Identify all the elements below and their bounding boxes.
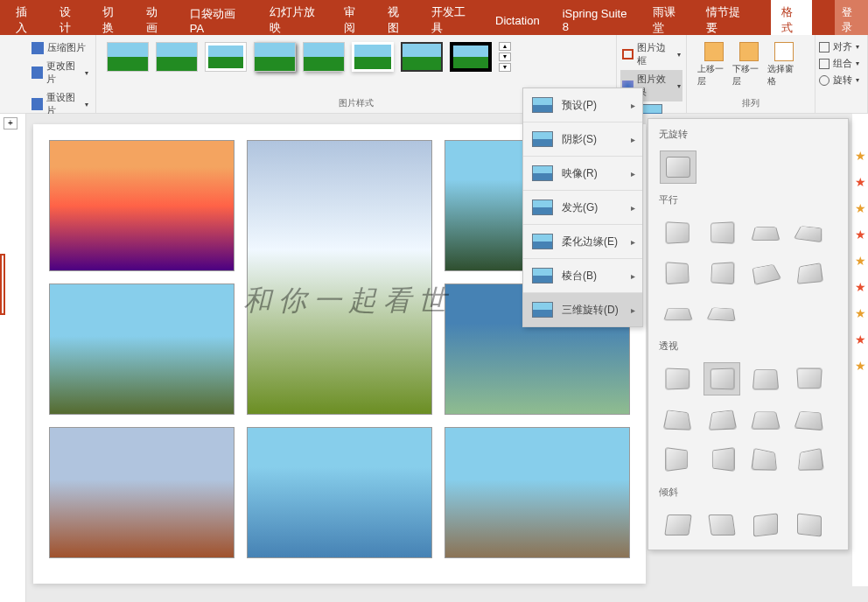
- effects-soft-edges[interactable]: 柔化边缘(E)▸: [523, 225, 642, 258]
- chevron-right-icon: ▸: [631, 203, 635, 213]
- rotation-option[interactable]: [704, 217, 739, 248]
- selection-pane[interactable]: 选择窗格: [767, 42, 801, 88]
- align-button[interactable]: 对齐▾: [819, 38, 864, 55]
- effects-3d-rotation[interactable]: 三维旋转(D)▸: [523, 293, 642, 326]
- rotation-option[interactable]: [704, 444, 739, 475]
- rotate-icon: [819, 75, 830, 86]
- rotation-option[interactable]: [661, 257, 696, 289]
- chevron-right-icon: ▸: [631, 101, 635, 110]
- style-option[interactable]: [450, 42, 492, 72]
- slide-image[interactable]: [247, 140, 432, 415]
- rotation-option[interactable]: [792, 444, 827, 475]
- tab-dictation[interactable]: Dictation: [495, 7, 540, 34]
- rotation-option[interactable]: [748, 444, 783, 475]
- rotate-button[interactable]: 旋转▾: [819, 72, 864, 88]
- shadow-icon: [532, 131, 553, 147]
- section-perspective: 透视: [652, 334, 844, 358]
- group-arrange: 上移一层 下移一层 选择窗格 排列: [687, 35, 816, 113]
- right-panel-strip: ★ ★ ★ ★ ★ ★ ★ ★ ★: [852, 114, 868, 586]
- section-parallel: 平行: [652, 188, 844, 212]
- rotation-option[interactable]: [704, 509, 739, 541]
- glow-icon: [532, 200, 553, 215]
- rotation-option[interactable]: [792, 509, 827, 541]
- rotation-option[interactable]: [704, 403, 739, 435]
- change-icon: [32, 66, 43, 79]
- group-button[interactable]: 组合▾: [819, 55, 864, 72]
- slide-image[interactable]: [49, 140, 234, 271]
- group-adjust: 压缩图片 更改图片▾ 重设图片▾: [0, 35, 96, 113]
- reflect-icon: [532, 165, 553, 181]
- compress-icon: [32, 42, 44, 54]
- rotation-none[interactable]: [661, 151, 696, 183]
- rotate3d-icon: [532, 302, 553, 318]
- bring-forward[interactable]: 上移一层: [697, 42, 731, 88]
- soft-icon: [532, 234, 553, 249]
- rotation-option[interactable]: [661, 403, 696, 435]
- chevron-right-icon: ▸: [631, 237, 635, 247]
- styles-more[interactable]: ▾: [499, 63, 511, 72]
- bevel-icon: [532, 268, 553, 284]
- slide-thumb-selected[interactable]: [0, 254, 5, 315]
- rotation-option[interactable]: [661, 509, 696, 541]
- arrange-label: 排列: [694, 97, 808, 109]
- reset-icon: [32, 98, 43, 110]
- rotation-option[interactable]: [792, 403, 827, 435]
- slide-image[interactable]: [247, 427, 432, 558]
- rotation-option[interactable]: [792, 217, 827, 248]
- nav-add[interactable]: +: [4, 117, 18, 130]
- backward-icon: [739, 42, 759, 61]
- chevron-right-icon: ▸: [631, 169, 635, 178]
- style-option[interactable]: [401, 42, 443, 72]
- slide-image[interactable]: [49, 427, 234, 558]
- rotation-option[interactable]: [748, 509, 783, 541]
- rotation-option[interactable]: [748, 257, 783, 289]
- effects-glow[interactable]: 发光(G)▸: [523, 191, 642, 224]
- watermark-text: 和 你 一 起 看 世: [243, 282, 446, 320]
- rotation-option[interactable]: [748, 217, 783, 248]
- star-icon: ★: [852, 359, 868, 373]
- rotation-option[interactable]: [704, 298, 739, 329]
- styles-scroll-down[interactable]: ▾: [499, 52, 511, 61]
- chevron-right-icon: ▸: [631, 271, 635, 281]
- rotation-option[interactable]: [661, 217, 696, 248]
- change-picture[interactable]: 更改图片▾: [32, 57, 88, 88]
- rotation-option[interactable]: [748, 363, 783, 395]
- rotation-option[interactable]: [661, 363, 696, 395]
- slide-image[interactable]: [444, 427, 630, 558]
- group-icon: [819, 59, 830, 69]
- chevron-right-icon: ▸: [631, 135, 635, 144]
- rotation-option[interactable]: [704, 363, 739, 395]
- rotation-option[interactable]: [661, 298, 696, 329]
- rotation-option[interactable]: [661, 444, 696, 475]
- styles-scroll-up[interactable]: ▴: [499, 42, 511, 51]
- style-option[interactable]: [254, 42, 296, 72]
- picture-effects-menu: 预设(P)▸ 阴影(S)▸ 映像(R)▸ 发光(G)▸ 柔化边缘(E)▸ 棱台(…: [522, 88, 643, 327]
- star-icon: ★: [852, 280, 868, 294]
- effects-reflect[interactable]: 映像(R)▸: [523, 157, 642, 190]
- ribbon: 压缩图片 更改图片▾ 重设图片▾ ▴ ▾ ▾ 图片样式 图片边框▾ 图片效果▾ …: [0, 35, 868, 114]
- rotation-option[interactable]: [792, 257, 827, 289]
- send-backward[interactable]: 下移一层: [732, 42, 766, 88]
- rotation-option[interactable]: [748, 403, 783, 435]
- star-icon: ★: [852, 254, 868, 268]
- select-icon: [774, 42, 794, 61]
- effects-bevel[interactable]: 棱台(B)▸: [523, 259, 642, 292]
- border-icon: [622, 49, 634, 60]
- rotation-3d-panel: 无旋转 平行 透视 倾斜: [648, 118, 849, 550]
- compress-picture[interactable]: 压缩图片: [32, 38, 88, 57]
- style-option[interactable]: [352, 42, 394, 72]
- style-option[interactable]: [303, 42, 345, 72]
- effects-shadow[interactable]: 阴影(S)▸: [523, 122, 642, 156]
- effects-preset[interactable]: 预设(P)▸: [523, 88, 642, 122]
- group-align: 对齐▾ 组合▾ 旋转▾: [816, 35, 868, 113]
- slide-image[interactable]: [49, 284, 234, 415]
- style-option[interactable]: [205, 42, 247, 72]
- rotation-option[interactable]: [704, 257, 739, 289]
- style-option[interactable]: [156, 42, 198, 72]
- slide-nav[interactable]: +: [0, 114, 26, 602]
- style-option[interactable]: [107, 42, 149, 72]
- ribbon-tabs: 插入 设计 切换 动画 口袋动画 PA 幻灯片放映 审阅 视图 开发工具 Dic…: [0, 5, 868, 35]
- section-oblique: 倾斜: [652, 480, 844, 504]
- picture-border[interactable]: 图片边框▾: [620, 38, 682, 70]
- rotation-option[interactable]: [792, 363, 827, 395]
